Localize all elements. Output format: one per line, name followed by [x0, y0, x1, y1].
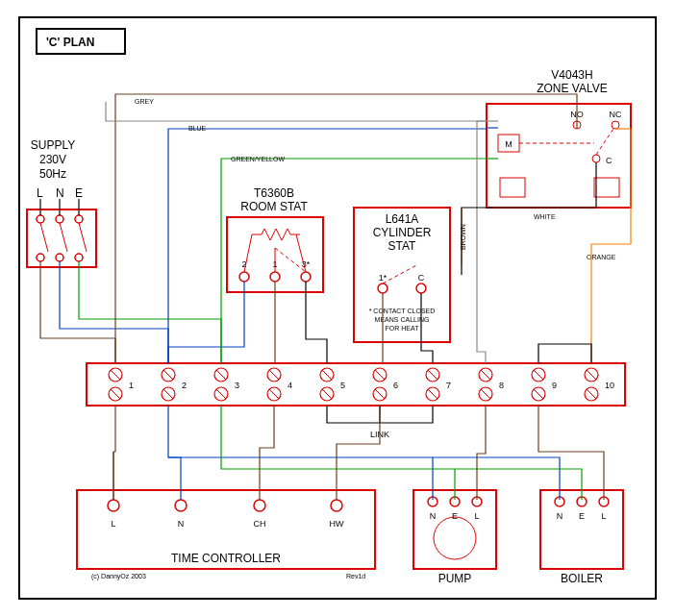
svg-text:E: E — [452, 511, 458, 521]
svg-line-51 — [216, 389, 226, 399]
svg-text:L641A: L641A — [386, 212, 419, 226]
zone-C-term — [592, 155, 600, 162]
svg-point-20 — [301, 272, 311, 282]
svg-line-41 — [111, 389, 120, 399]
zone-label: ZONE VALVE — [537, 82, 608, 95]
time-controller: L N CH HW TIME CONTROLLER — [77, 490, 375, 569]
svg-text:3: 3 — [235, 381, 239, 390]
svg-line-49 — [216, 370, 226, 380]
svg-text:BOILER: BOILER — [561, 572, 603, 585]
room-stat: T6360B ROOM STAT 2 1 3* — [227, 186, 323, 292]
svg-text:6: 6 — [393, 381, 398, 390]
zone-valve: V4043H ZONE VALVE M NO NC C — [487, 68, 631, 208]
svg-line-71 — [428, 389, 438, 399]
lbl-blue: BLUE — [188, 125, 207, 132]
wire-E-pump — [221, 406, 455, 500]
svg-text:4: 4 — [288, 381, 292, 390]
junction-block: 1 2 3 4 5 — [87, 363, 625, 406]
svg-point-18 — [270, 272, 280, 282]
svg-rect-37 — [87, 363, 625, 406]
valve-body-L — [500, 178, 525, 197]
svg-line-22 — [244, 234, 252, 272]
lbl-white: WHITE — [534, 213, 556, 220]
svg-line-79 — [534, 370, 543, 380]
svg-text:N: N — [178, 519, 185, 529]
svg-text:T6360B: T6360B — [254, 186, 294, 200]
cylinder-stat: L641A CYLINDER STAT 1* C * CONTACT CLOSE… — [354, 208, 450, 342]
svg-text:L: L — [111, 519, 115, 529]
wire-J9-boilerL — [538, 406, 604, 500]
svg-line-39 — [111, 370, 120, 380]
wire-J8-pumpL — [477, 406, 486, 500]
svg-text:ROOM STAT: ROOM STAT — [240, 200, 308, 213]
zone-model: V4043H — [551, 68, 592, 82]
svg-text:L: L — [474, 511, 479, 521]
boiler: N E L BOILER — [540, 490, 623, 585]
svg-point-31 — [416, 283, 426, 293]
svg-line-84 — [587, 370, 596, 380]
svg-line-76 — [481, 389, 490, 399]
zone-M: M — [505, 139, 512, 149]
svg-line-81 — [534, 389, 543, 399]
svg-line-74 — [481, 370, 490, 380]
svg-text:C: C — [418, 273, 425, 283]
svg-text:1: 1 — [129, 381, 134, 390]
svg-text:CH: CH — [254, 519, 266, 529]
svg-text:PUMP: PUMP — [438, 572, 472, 585]
supply-E: E — [75, 186, 83, 200]
svg-text:10: 10 — [605, 381, 614, 390]
wire-J6-HW — [337, 406, 380, 500]
wire-E-boiler — [455, 469, 582, 500]
svg-text:9: 9 — [552, 381, 557, 390]
copyright: (c) DannyOz 2003 — [91, 573, 146, 580]
svg-text:STAT: STAT — [388, 239, 417, 253]
svg-text:2: 2 — [182, 381, 187, 390]
svg-text:7: 7 — [446, 381, 451, 390]
svg-point-89 — [108, 500, 119, 511]
svg-point-99 — [434, 517, 476, 559]
svg-text:FOR HEAT: FOR HEAT — [386, 325, 420, 332]
lbl-grey: GREY — [135, 98, 154, 105]
svg-point-95 — [331, 500, 342, 511]
svg-line-46 — [163, 389, 173, 399]
svg-line-59 — [322, 370, 332, 380]
valve-body-R — [594, 178, 619, 197]
svg-text:8: 8 — [499, 381, 504, 390]
pump: N E L PUMP — [413, 490, 496, 585]
svg-text:CYLINDER: CYLINDER — [373, 226, 432, 239]
svg-text:5: 5 — [340, 381, 345, 390]
wire-N-TC — [168, 406, 181, 500]
supply-term-N-bot — [56, 254, 63, 261]
wire-supply-E — [79, 261, 221, 363]
wire-roomstat2-N — [168, 282, 244, 363]
svg-text:HW: HW — [330, 519, 344, 529]
svg-line-69 — [428, 370, 438, 380]
lbl-gy: GREEN/YELLOW — [231, 156, 285, 162]
svg-text:E: E — [579, 511, 585, 521]
supply-voltage: 230V — [39, 153, 66, 166]
svg-line-33 — [383, 264, 418, 283]
svg-text:C: C — [606, 156, 612, 165]
supply-term-L-top — [37, 215, 44, 223]
supply-freq: 50Hz — [39, 167, 66, 181]
wire-N-zone — [168, 129, 487, 363]
wire-grey-J8 — [477, 121, 487, 363]
wire-N-pump — [168, 457, 433, 500]
svg-text:NC: NC — [610, 110, 622, 119]
wiring-diagram: 'C' PLAN SUPPLY 230V 50Hz L N E V4043H Z… — [0, 0, 675, 616]
supply-term-N-top — [56, 215, 63, 223]
svg-point-16 — [239, 272, 249, 282]
supply-term-E-bot — [75, 254, 83, 261]
revision: Rev1d — [346, 573, 365, 579]
svg-point-91 — [175, 500, 187, 511]
supply-block: SUPPLY 230V 50Hz L N E — [27, 138, 96, 267]
switch-N — [60, 223, 67, 252]
svg-text:1*: 1* — [379, 273, 388, 283]
svg-line-66 — [375, 389, 385, 399]
svg-text:* CONTACT CLOSED: * CONTACT CLOSED — [369, 308, 436, 314]
svg-text:L: L — [601, 511, 606, 521]
wire-supply-N — [60, 261, 168, 363]
supply-term-L-bot — [37, 254, 44, 261]
svg-line-7 — [596, 129, 613, 155]
switch-E — [79, 223, 87, 252]
